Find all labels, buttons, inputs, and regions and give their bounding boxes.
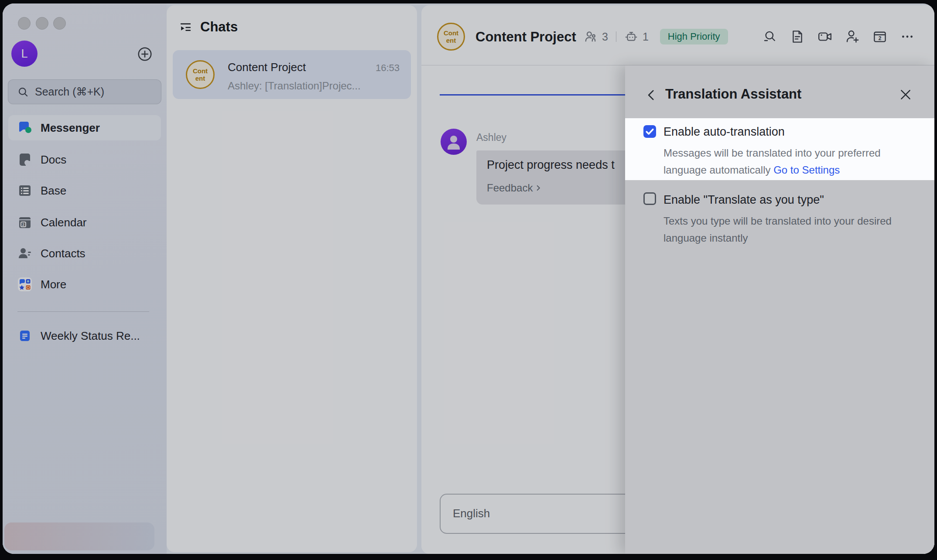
priority-badge: High Priority (660, 29, 728, 44)
chevron-left-icon (644, 88, 658, 102)
chat-calendar-icon[interactable]: 2 (872, 29, 888, 44)
traffic-light-minimize[interactable] (36, 17, 48, 30)
svg-text:2: 2 (22, 222, 24, 227)
translate-as-you-type-checkbox[interactable] (643, 192, 656, 205)
person-icon (441, 129, 467, 155)
sidebar-item-label: Base (41, 184, 66, 198)
sidebar-item-docs[interactable]: Docs (8, 147, 161, 172)
message-sender-name: Ashley (476, 132, 506, 143)
search-in-chat-icon[interactable] (762, 29, 778, 44)
close-button[interactable] (898, 87, 913, 102)
back-button[interactable] (644, 88, 658, 102)
traffic-light-close[interactable] (18, 17, 31, 30)
chat-filter-icon[interactable] (179, 20, 192, 34)
contacts-icon (17, 246, 33, 261)
sidebar-item-label: Contacts (41, 247, 85, 260)
pinned-doc-label: Weekly Status Re... (41, 329, 140, 343)
chat-docs-icon[interactable] (790, 29, 805, 44)
auto-translation-checkbox[interactable] (643, 125, 656, 138)
member-count[interactable]: 3 (602, 31, 608, 43)
sidebar-faded-banner (4, 522, 154, 550)
base-icon (17, 183, 33, 198)
conversation-panel: Cont ent Content Project 3 (421, 5, 934, 554)
app-window: L Search (⌘+K) Messenger (3, 3, 934, 554)
messenger-icon (17, 120, 33, 136)
conversation-header: Cont ent Content Project 3 (421, 5, 934, 65)
option-description: Texts you type will be translated into y… (663, 212, 921, 246)
chat-avatar: Cont ent (186, 60, 215, 89)
chat-preview: Ashley: [Translation]Projec... (228, 80, 398, 92)
sidebar: L Search (⌘+K) Messenger (3, 3, 167, 554)
meta-divider (616, 31, 616, 42)
chat-time: 16:53 (376, 62, 400, 74)
sidebar-item-calendar[interactable]: 2 Calendar (8, 210, 161, 235)
bot-count[interactable]: 1 (643, 31, 649, 43)
sidebar-divider (17, 311, 149, 312)
sidebar-item-more[interactable]: More (8, 272, 161, 297)
members-icon[interactable] (584, 30, 598, 44)
sidebar-item-label: Docs (41, 153, 66, 167)
svg-text:2: 2 (879, 35, 882, 41)
option-auto-translation[interactable]: Enable auto-translation Messages will be… (625, 118, 934, 180)
add-member-icon[interactable] (845, 29, 860, 44)
option-label: Enable auto-translation (663, 125, 785, 139)
message-feedback-link[interactable]: Feedback (487, 182, 542, 194)
conversation-title: Content Project (475, 29, 576, 45)
close-icon (898, 87, 913, 102)
doc-pin-icon (17, 328, 33, 344)
add-button[interactable] (137, 46, 153, 62)
conversation-avatar[interactable]: Cont ent (437, 23, 465, 51)
sidebar-item-label: Calendar (41, 216, 87, 229)
option-label: Enable "Translate as you type" (663, 193, 824, 207)
conversation-meta: 3 1 High Priority (584, 29, 728, 44)
chat-list-item[interactable]: Cont ent Content Project 16:53 Ashley: [… (173, 50, 411, 99)
video-call-icon[interactable] (817, 29, 833, 44)
plus-circle-icon (137, 46, 153, 62)
chat-list-title: Chats (200, 19, 238, 35)
panel-title: Translation Assistant (665, 86, 801, 102)
calendar-icon: 2 (17, 215, 33, 230)
sidebar-item-label: More (41, 278, 66, 291)
chat-name: Content Project (228, 61, 306, 74)
go-to-settings-link[interactable]: Go to Settings (773, 164, 840, 176)
message-text: Project progress needs t (487, 158, 615, 172)
sidebar-item-pinned-doc[interactable]: Weekly Status Re... (8, 323, 161, 348)
search-input[interactable]: Search (⌘+K) (8, 79, 161, 104)
chevron-right-icon (534, 184, 542, 192)
more-actions-icon[interactable] (899, 29, 915, 44)
sidebar-item-label: Messenger (41, 121, 100, 135)
search-icon (17, 86, 29, 98)
message-sender-avatar[interactable] (441, 129, 467, 155)
chat-list-panel: Chats Cont ent Content Project 16:53 Ash… (167, 5, 417, 552)
composer-language: English (453, 507, 490, 520)
check-icon (643, 125, 656, 138)
option-description: Messages will be translated into your pr… (663, 144, 921, 178)
sidebar-item-contacts[interactable]: Contacts (8, 241, 161, 266)
bot-icon[interactable] (624, 30, 638, 44)
option-translate-as-you-type[interactable]: Enable "Translate as you type" Texts you… (625, 191, 934, 261)
user-avatar[interactable]: L (11, 41, 38, 67)
docs-icon (17, 152, 33, 167)
translation-assistant-panel: Translation Assistant Enable auto-transl… (625, 65, 934, 554)
header-actions: 2 (762, 29, 915, 44)
search-placeholder: Search (⌘+K) (35, 85, 104, 98)
more-apps-icon (17, 277, 33, 292)
sidebar-item-base[interactable]: Base (8, 178, 161, 203)
sidebar-item-messenger[interactable]: Messenger (8, 115, 161, 140)
traffic-light-zoom[interactable] (53, 17, 66, 30)
